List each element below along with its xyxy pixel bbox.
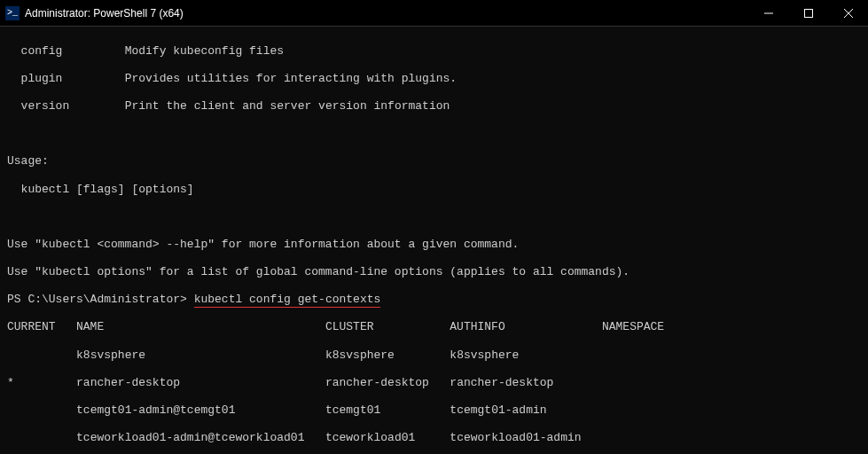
- prompt-line: PS C:\Users\Administrator> kubectl confi…: [7, 293, 861, 307]
- titlebar-left: >_ Administrator: PowerShell 7 (x64): [0, 6, 184, 20]
- help-line: config Modify kubeconfig files: [7, 44, 861, 59]
- window-title: Administrator: PowerShell 7 (x64): [25, 7, 184, 20]
- svg-rect-1: [804, 9, 812, 17]
- context-row: k8svsphere k8svsphere k8svsphere: [7, 348, 861, 363]
- usage-line: kubectl [flags] [options]: [7, 183, 861, 197]
- contexts-header: CURRENT NAME CLUSTER AUTHINFO NAMESPACE: [7, 320, 861, 334]
- minimize-button[interactable]: [748, 0, 788, 27]
- hint-line: Use "kubectl options" for a list of glob…: [7, 265, 861, 279]
- close-button[interactable]: [828, 0, 868, 27]
- powershell-icon: >_: [5, 6, 20, 20]
- context-row: tceworkload01-admin@tceworkload01 tcewor…: [7, 431, 861, 445]
- blank-line: [7, 127, 861, 141]
- context-row: tcemgt01-admin@tcemgt01 tcemgt01 tcemgt0…: [7, 403, 861, 418]
- help-line: plugin Provides utilities for interactin…: [7, 72, 861, 86]
- maximize-button[interactable]: [788, 0, 828, 27]
- ps-prompt: PS C:\Users\Administrator>: [7, 293, 187, 306]
- command-text: kubectl config get-contexts: [194, 293, 381, 308]
- window-controls: [748, 0, 868, 27]
- help-line: version Print the client and server vers…: [7, 99, 861, 114]
- context-row: * rancher-desktop rancher-desktop ranche…: [7, 376, 861, 390]
- terminal-output[interactable]: config Modify kubeconfig files plugin Pr…: [0, 27, 868, 454]
- hint-line: Use "kubectl <command> --help" for more …: [7, 238, 861, 252]
- blank-line: [7, 210, 861, 224]
- usage-label: Usage:: [7, 154, 861, 168]
- window-titlebar: >_ Administrator: PowerShell 7 (x64): [0, 0, 868, 27]
